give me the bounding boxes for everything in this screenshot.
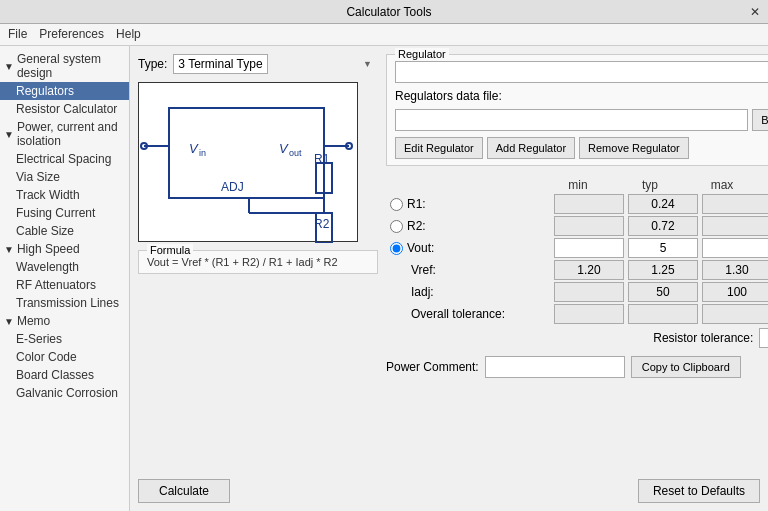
title-bar: Calculator Tools ✕: [0, 0, 768, 24]
type-select-wrapper[interactable]: 3 Terminal Type 2 Terminal Type: [173, 54, 378, 74]
sidebar-group-highspeed[interactable]: ▼ High Speed: [0, 240, 129, 258]
iadj-max-input[interactable]: [702, 282, 768, 302]
collapse-arrow-memo: ▼: [4, 316, 14, 327]
svg-text:ADJ: ADJ: [221, 180, 244, 194]
r1-min-input[interactable]: [554, 194, 624, 214]
sidebar-item-resistor-calculator[interactable]: Resistor Calculator: [0, 100, 129, 118]
r1-typ-input[interactable]: [628, 194, 698, 214]
col-min: min: [544, 178, 612, 192]
formula-legend: Formula: [147, 244, 193, 256]
sidebar-item-wavelength[interactable]: Wavelength: [0, 258, 129, 276]
vout-label-cell: Vout:: [390, 241, 550, 255]
sidebar-item-transmission-lines[interactable]: Transmission Lines: [0, 294, 129, 312]
sidebar-group-general[interactable]: ▼ General system design: [0, 50, 129, 82]
regulator-group: Regulator Regulators data file: Bro: [386, 54, 768, 166]
r1-label: R1:: [407, 197, 426, 211]
r1-radio[interactable]: [390, 198, 403, 211]
r2-radio[interactable]: [390, 220, 403, 233]
menu-bar: File Preferences Help: [0, 24, 768, 46]
vout-label: Vout:: [407, 241, 434, 255]
vout-max-input[interactable]: [702, 238, 768, 258]
circuit-diagram: V in V out ADJ R1 R2: [138, 82, 358, 242]
reset-to-defaults-button[interactable]: Reset to Defaults: [638, 479, 760, 503]
vref-label-cell: Vref:: [390, 263, 550, 277]
r2-max-input[interactable]: [702, 216, 768, 236]
menu-preferences[interactable]: Preferences: [39, 27, 104, 42]
calculate-button[interactable]: Calculate: [138, 479, 230, 503]
sidebar-item-track-width[interactable]: Track Width: [0, 186, 129, 204]
svg-text:out: out: [289, 148, 302, 158]
sidebar-group-general-label: General system design: [17, 52, 125, 80]
sidebar-item-regulators[interactable]: Regulators: [0, 82, 129, 100]
overall-tolerance-typ-input[interactable]: [628, 304, 698, 324]
svg-text:in: in: [199, 148, 206, 158]
vout-typ-input[interactable]: [628, 238, 698, 258]
r1-label-cell: R1:: [390, 197, 550, 211]
sidebar-group-memo[interactable]: ▼ Memo: [0, 312, 129, 330]
regulator-select-wrapper[interactable]: [395, 61, 768, 83]
regulator-file-input-row: Browse: [395, 109, 768, 131]
iadj-typ-input[interactable]: [628, 282, 698, 302]
edit-regulator-button[interactable]: Edit Regulator: [395, 137, 483, 159]
regulators-data-file-input[interactable]: [395, 109, 748, 131]
sidebar-item-cable-size[interactable]: Cable Size: [0, 222, 129, 240]
overall-tolerance-label: Overall tolerance:: [411, 307, 505, 321]
browse-button[interactable]: Browse: [752, 109, 768, 131]
regulator-legend: Regulator: [395, 48, 449, 60]
regulator-buttons: Edit Regulator Add Regulator Remove Regu…: [395, 137, 768, 159]
sidebar-group-power-label: Power, current and isolation: [17, 120, 125, 148]
sidebar-item-e-series[interactable]: E-Series: [0, 330, 129, 348]
menu-file[interactable]: File: [8, 27, 27, 42]
type-select[interactable]: 3 Terminal Type 2 Terminal Type: [173, 54, 268, 74]
r1-row: R1: kΩ: [386, 194, 768, 214]
copy-to-clipboard-button[interactable]: Copy to Clipboard: [631, 356, 741, 378]
col-typ: typ: [616, 178, 684, 192]
iadj-label-cell: Iadj:: [390, 285, 550, 299]
resistor-tolerance-label: Resistor tolerance:: [653, 331, 753, 345]
overall-tolerance-label-cell: Overall tolerance:: [390, 307, 550, 321]
sidebar-item-fusing-current[interactable]: Fusing Current: [0, 204, 129, 222]
sidebar-item-rf-attenuators[interactable]: RF Attenuators: [0, 276, 129, 294]
iadj-min-input[interactable]: [554, 282, 624, 302]
overall-tolerance-max-input[interactable]: [702, 304, 768, 324]
regulator-select-row: [395, 61, 768, 83]
r2-typ-input[interactable]: [628, 216, 698, 236]
sidebar-item-board-classes[interactable]: Board Classes: [0, 366, 129, 384]
bottom-buttons-row: Calculate Reset to Defaults: [138, 479, 760, 503]
vref-min-input[interactable]: [554, 260, 624, 280]
type-label: Type:: [138, 57, 167, 71]
r2-min-input[interactable]: [554, 216, 624, 236]
resistor-tolerance-input[interactable]: [759, 328, 768, 348]
sidebar-item-color-code[interactable]: Color Code: [0, 348, 129, 366]
r1-max-input[interactable]: [702, 194, 768, 214]
power-comment-label: Power Comment:: [386, 360, 479, 374]
sidebar-item-via-size[interactable]: Via Size: [0, 168, 129, 186]
r2-label: R2:: [407, 219, 426, 233]
sidebar-item-galvanic-corrosion[interactable]: Galvanic Corrosion: [0, 384, 129, 402]
remove-regulator-button[interactable]: Remove Regulator: [579, 137, 689, 159]
vout-min-input[interactable]: [554, 238, 624, 258]
sidebar-group-power[interactable]: ▼ Power, current and isolation: [0, 118, 129, 150]
vref-max-input[interactable]: [702, 260, 768, 280]
sidebar: ▼ General system design Regulators Resis…: [0, 46, 130, 511]
overall-tolerance-row: Overall tolerance: %: [386, 304, 768, 324]
regulator-select[interactable]: [395, 61, 768, 83]
collapse-arrow-highspeed: ▼: [4, 244, 14, 255]
close-button[interactable]: ✕: [750, 5, 760, 19]
resistor-tolerance-row: Resistor tolerance: %: [386, 328, 768, 348]
menu-help[interactable]: Help: [116, 27, 141, 42]
power-comment-input[interactable]: [485, 356, 625, 378]
power-comment-row: Power Comment: Copy to Clipboard: [386, 356, 768, 378]
main-layout: ▼ General system design Regulators Resis…: [0, 46, 768, 511]
regulators-data-file-label: Regulators data file:: [395, 89, 502, 103]
col-max: max: [688, 178, 756, 192]
content-area: Type: 3 Terminal Type 2 Terminal Type: [130, 46, 768, 511]
overall-tolerance-min-input[interactable]: [554, 304, 624, 324]
type-row: Type: 3 Terminal Type 2 Terminal Type: [138, 54, 378, 74]
sidebar-item-electrical-spacing[interactable]: Electrical Spacing: [0, 150, 129, 168]
regulator-file-row: Regulators data file:: [395, 89, 768, 103]
vout-row: Vout: V: [386, 238, 768, 258]
vout-radio[interactable]: [390, 242, 403, 255]
add-regulator-button[interactable]: Add Regulator: [487, 137, 575, 159]
vref-typ-input[interactable]: [628, 260, 698, 280]
